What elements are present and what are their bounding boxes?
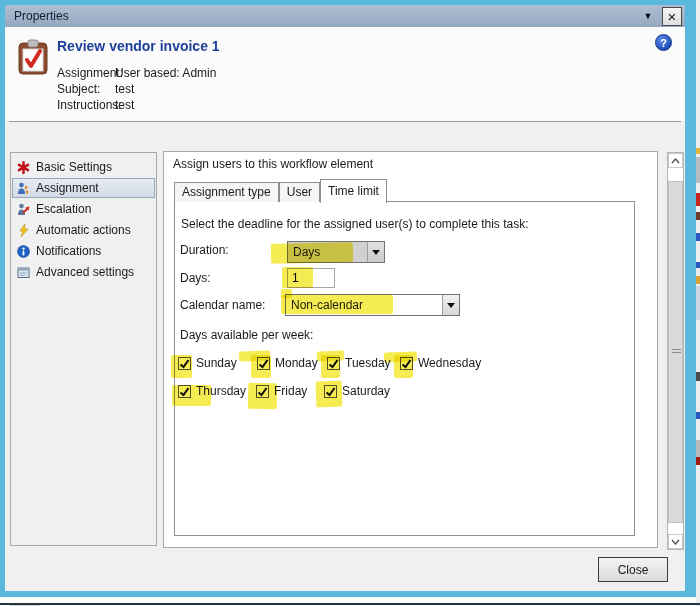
checkbox-label: Wednesday (418, 356, 481, 370)
header-separator (9, 121, 681, 122)
highlight-marker (281, 289, 292, 298)
background-fragment (696, 193, 700, 206)
calendar-dropdown-button[interactable] (442, 295, 459, 315)
highlight-marker (251, 355, 271, 378)
titlebar-dropdown-button[interactable]: ▼ (639, 7, 657, 25)
highlight-marker (282, 267, 313, 288)
highlight-marker (171, 355, 192, 378)
checkbox-label: Friday (274, 384, 307, 398)
highlight-marker (248, 383, 277, 410)
scroll-up-button[interactable] (668, 153, 683, 168)
checkbox-label: Monday (275, 356, 318, 370)
tab-assignment-type[interactable]: Assignment type (174, 182, 279, 202)
panel-title: Assign users to this workflow element (173, 157, 373, 171)
tab-time-limit[interactable]: Time limit (320, 179, 387, 203)
sidebar-item-label: Basic Settings (36, 160, 112, 174)
chevron-down-icon: ▼ (644, 11, 653, 21)
workflow-header: Review vendor invoice 1 Assignment: User… (5, 27, 685, 121)
background-fragment (696, 412, 700, 419)
background-fragment (696, 212, 700, 220)
chevron-down-icon (372, 250, 380, 255)
background-fragment (696, 262, 700, 268)
titlebar[interactable]: Properties ▼ × (5, 5, 685, 27)
field-value: test (115, 98, 134, 112)
sidebar-item-label: Advanced settings (36, 265, 134, 279)
help-button[interactable]: ? (655, 34, 672, 51)
scroll-down-button[interactable] (668, 534, 683, 549)
chevron-up-icon (671, 158, 680, 164)
info-icon (17, 245, 30, 258)
sidebar-item-assignment[interactable]: Assignment (12, 178, 155, 198)
checkbox-label: Saturday (342, 384, 390, 398)
highlight-marker (271, 242, 353, 263)
asterisk-icon (17, 161, 30, 174)
titlebar-close-button[interactable]: × (662, 7, 682, 26)
background-fragment (696, 457, 700, 465)
calendar-name-label: Calendar name: (180, 298, 265, 312)
sidebar-item-notifications[interactable]: Notifications (12, 241, 155, 261)
background-fragment (696, 148, 700, 154)
dialog-title: Properties (5, 9, 69, 23)
days-per-week-label: Days available per week: (180, 328, 313, 342)
lightning-icon (17, 224, 30, 237)
background-fragment (696, 372, 700, 381)
highlight-marker (316, 381, 343, 408)
field-value: test (115, 82, 134, 96)
assignment-panel: Assign users to this workflow element As… (163, 151, 658, 548)
sidebar-item-label: Automatic actions (36, 223, 131, 237)
vertical-scrollbar[interactable] (667, 152, 684, 550)
sidebar-item-escalation[interactable]: Escalation (12, 199, 155, 219)
header-field-assignment: Assignment: User based: Admin (57, 66, 115, 80)
sidebar-item-label: Assignment (36, 181, 99, 195)
sidebar-item-advanced-settings[interactable]: Advanced settings (12, 262, 155, 282)
deadline-instruction: Select the deadline for the assigned use… (181, 217, 529, 231)
sidebar-item-basic-settings[interactable]: Basic Settings (12, 157, 155, 177)
settings-sidebar: Basic Settings Assignment Escalation Aut… (10, 152, 157, 546)
field-value: User based: Admin (115, 66, 216, 80)
close-button[interactable]: Close (598, 557, 668, 582)
chevron-down-icon (447, 303, 455, 308)
days-label: Days: (180, 271, 211, 285)
highlight-marker (172, 385, 211, 406)
header-field-subject: Subject: test (57, 82, 115, 96)
background-fragment (696, 233, 700, 241)
duration-dropdown-button[interactable] (367, 242, 384, 262)
background-fragment (696, 157, 700, 183)
field-label: Assignment: (57, 66, 115, 80)
highlight-marker (281, 295, 393, 314)
sidebar-item-automatic-actions[interactable]: Automatic actions (12, 220, 155, 240)
scrollbar-grip-icon (672, 349, 681, 355)
scrollbar-thumb[interactable] (668, 181, 683, 523)
field-label: Subject: (57, 82, 115, 96)
sidebar-item-label: Escalation (36, 202, 91, 216)
highlight-marker (321, 355, 340, 378)
clipboard-check-icon (18, 39, 48, 75)
tab-strip: Assignment type User Time limit (174, 180, 387, 202)
user-escalate-icon (17, 203, 30, 216)
user-assign-icon (17, 182, 30, 195)
close-button-label: Close (618, 563, 649, 577)
tab-user[interactable]: User (279, 182, 320, 202)
workflow-element-title: Review vendor invoice 1 (57, 38, 220, 54)
background-fragment (0, 603, 700, 605)
highlight-marker (394, 355, 413, 378)
help-icon: ? (660, 37, 667, 49)
field-label: Instructions: (57, 98, 115, 112)
chevron-down-icon (671, 539, 680, 545)
checkbox-label: Sunday (196, 356, 237, 370)
duration-label: Duration: (180, 243, 229, 257)
background-fragment (696, 276, 700, 284)
window-icon (17, 266, 30, 279)
header-field-instructions: Instructions: test (57, 98, 115, 112)
background-fragment (696, 286, 700, 320)
sidebar-item-label: Notifications (36, 244, 101, 258)
close-icon: × (668, 9, 677, 24)
